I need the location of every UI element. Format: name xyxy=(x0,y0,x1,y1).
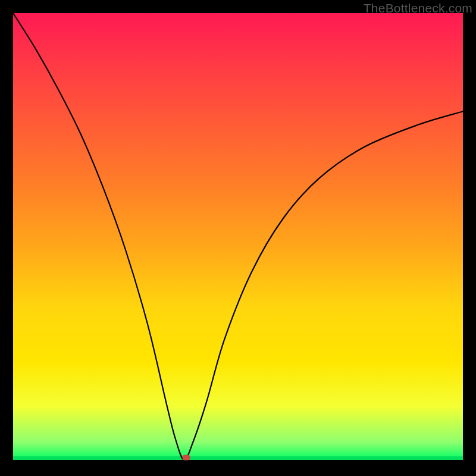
optimal-marker xyxy=(183,455,190,461)
chart-frame xyxy=(13,13,463,463)
bottleneck-curve xyxy=(13,13,463,463)
watermark-text: TheBottleneck.com xyxy=(364,1,472,15)
